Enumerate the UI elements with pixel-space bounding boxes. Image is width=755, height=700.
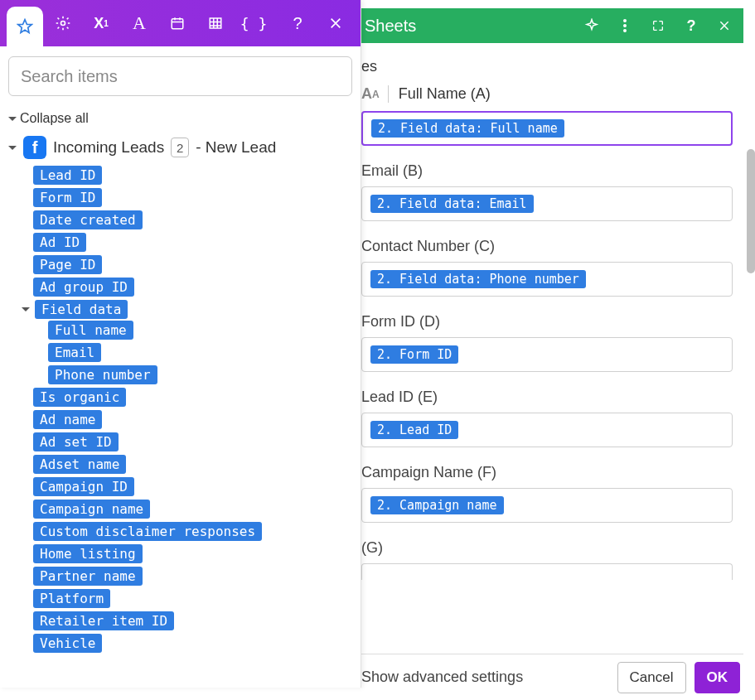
field-data-row[interactable]: Field data bbox=[22, 300, 128, 319]
tag-vehicle[interactable]: Vehicle bbox=[33, 634, 102, 653]
field-input-formid[interactable]: 2. Form ID bbox=[361, 337, 733, 372]
sidebar-body: Search items Collapse all f Incoming Lea… bbox=[0, 46, 361, 688]
field-input-g[interactable] bbox=[361, 563, 733, 580]
pill-email[interactable]: 2. Field data: Email bbox=[370, 195, 534, 213]
caret-down-icon bbox=[8, 146, 17, 150]
tag-custom-disclaimer[interactable]: Custom disclaimer responses bbox=[33, 522, 262, 541]
search-placeholder: Search items bbox=[21, 67, 118, 86]
tag-retailer-item[interactable]: Retailer item ID bbox=[33, 611, 174, 630]
tag-ad-id[interactable]: Ad ID bbox=[33, 233, 86, 252]
trigger-title-b: - New Lead bbox=[196, 138, 276, 157]
tag-ad-name[interactable]: Ad name bbox=[33, 410, 102, 429]
field-label-contact: Contact Number (C) bbox=[361, 238, 743, 255]
data-picker-sidebar: X1 A { } ? Search items Collapse all f I… bbox=[0, 0, 361, 688]
pill-contact[interactable]: 2. Field data: Phone number bbox=[370, 270, 586, 288]
field-row-g: (G) bbox=[361, 539, 743, 580]
tag-full-name[interactable]: Full name bbox=[48, 321, 133, 340]
tab-favorites[interactable] bbox=[7, 7, 43, 46]
caret-down-icon bbox=[8, 117, 17, 121]
tag-field-data[interactable]: Field data bbox=[35, 300, 128, 319]
sidebar-toolbar: X1 A { } ? bbox=[0, 0, 361, 46]
tag-is-organic[interactable]: Is organic bbox=[33, 388, 126, 407]
tag-form-id[interactable]: Form ID bbox=[33, 188, 102, 207]
tag-ad-group-id[interactable]: Ad group ID bbox=[33, 278, 134, 297]
pill-campaign[interactable]: 2. Campaign name bbox=[370, 496, 504, 514]
tab-text[interactable]: A bbox=[121, 0, 157, 46]
ai-sparkle-icon[interactable] bbox=[584, 18, 599, 33]
trigger-step-badge: 2 bbox=[171, 138, 189, 157]
collapse-all-label: Collapse all bbox=[20, 111, 89, 126]
ok-button[interactable]: OK bbox=[695, 662, 741, 693]
field-input-email[interactable]: 2. Field data: Email bbox=[361, 186, 733, 221]
cancel-button[interactable]: Cancel bbox=[617, 662, 686, 693]
field-input-fullname[interactable]: 2. Field data: Full name bbox=[361, 111, 733, 146]
tag-lead-id[interactable]: Lead ID bbox=[33, 166, 102, 185]
expand-icon[interactable] bbox=[651, 18, 665, 33]
caret-down-icon bbox=[22, 307, 30, 311]
tab-formula[interactable]: X1 bbox=[83, 0, 119, 46]
field-input-contact[interactable]: 2. Field data: Phone number bbox=[361, 262, 733, 297]
tab-date[interactable] bbox=[159, 0, 196, 46]
svg-point-3 bbox=[61, 22, 65, 26]
tag-campaign-name[interactable]: Campaign name bbox=[33, 500, 150, 519]
field-label-leadid: Lead ID (E) bbox=[361, 389, 743, 406]
field-row-formid: Form ID (D) 2. Form ID bbox=[361, 313, 743, 372]
tag-home-listing[interactable]: Home listing bbox=[33, 544, 143, 563]
field-input-campaign[interactable]: 2. Campaign name bbox=[361, 488, 733, 523]
tag-email[interactable]: Email bbox=[48, 343, 101, 362]
svg-rect-4 bbox=[172, 19, 183, 29]
footer-buttons: Cancel OK bbox=[617, 662, 740, 693]
tag-phone[interactable]: Phone number bbox=[48, 365, 157, 384]
field-row-email: Email (B) 2. Field data: Email bbox=[361, 162, 743, 221]
svg-point-0 bbox=[623, 19, 627, 22]
facebook-icon: f bbox=[23, 136, 46, 159]
tag-page-id[interactable]: Page ID bbox=[33, 255, 102, 274]
field-label-email: Email (B) bbox=[361, 162, 743, 180]
field-label-g: (G) bbox=[361, 539, 743, 557]
tag-date-created[interactable]: Date created bbox=[33, 210, 143, 229]
field-row-campaign: Campaign Name (F) 2. Campaign name bbox=[361, 464, 743, 523]
trigger-header[interactable]: f Incoming Leads 2 - New Lead bbox=[8, 136, 352, 159]
tag-ad-set-id[interactable]: Ad set ID bbox=[33, 432, 119, 451]
svg-point-2 bbox=[623, 29, 627, 32]
column-selector-label: Full Name (A) bbox=[399, 85, 491, 103]
tab-code[interactable]: { } bbox=[235, 0, 272, 46]
tab-settings[interactable] bbox=[45, 0, 81, 46]
svg-rect-5 bbox=[210, 18, 221, 28]
search-input[interactable]: Search items bbox=[8, 56, 352, 96]
field-row-fullname: 2. Field data: Full name bbox=[361, 111, 743, 146]
tag-partner-name[interactable]: Partner name bbox=[33, 567, 143, 586]
field-data-children: Full name Email Phone number bbox=[48, 321, 352, 384]
footer-bar: Show advanced settings Cancel OK bbox=[361, 654, 743, 700]
more-icon[interactable] bbox=[617, 18, 632, 33]
svg-point-1 bbox=[623, 24, 627, 27]
scrollbar-thumb[interactable] bbox=[747, 149, 755, 273]
pill-fullname[interactable]: 2. Field data: Full name bbox=[371, 119, 564, 138]
tab-help[interactable]: ? bbox=[279, 0, 316, 46]
trigger-title-a: Incoming Leads bbox=[53, 138, 164, 157]
close-sidebar-icon[interactable] bbox=[317, 0, 354, 46]
advanced-toggle[interactable]: Show advanced settings bbox=[361, 669, 523, 686]
section-subheader: es bbox=[361, 58, 743, 75]
field-row-contact: Contact Number (C) 2. Field data: Phone … bbox=[361, 238, 743, 297]
tag-adset-name[interactable]: Adset name bbox=[33, 455, 126, 474]
tag-list-pre: Lead ID Form ID Date created Ad ID Page … bbox=[33, 166, 352, 319]
column-glyph-icon: AA bbox=[361, 85, 389, 103]
pill-leadid[interactable]: 2. Lead ID bbox=[370, 421, 458, 439]
tab-table[interactable] bbox=[197, 0, 234, 46]
help-icon[interactable]: ? bbox=[684, 18, 699, 33]
field-label-formid: Form ID (D) bbox=[361, 313, 743, 331]
header-actions: ? bbox=[584, 18, 732, 33]
field-input-leadid[interactable]: 2. Lead ID bbox=[361, 413, 733, 447]
pill-formid[interactable]: 2. Form ID bbox=[370, 345, 458, 364]
close-header-icon[interactable] bbox=[717, 18, 732, 33]
content-area: es AA Full Name (A) 2. Field data: Full … bbox=[361, 58, 743, 654]
collapse-all-toggle[interactable]: Collapse all bbox=[8, 111, 352, 126]
app-title: Sheets bbox=[365, 17, 416, 36]
tree-root: f Incoming Leads 2 - New Lead Lead ID Fo… bbox=[8, 136, 352, 653]
tag-list-post: Is organic Ad name Ad set ID Adset name … bbox=[33, 388, 352, 653]
field-label-campaign: Campaign Name (F) bbox=[361, 464, 743, 481]
tag-campaign-id[interactable]: Campaign ID bbox=[33, 477, 134, 496]
column-selector[interactable]: AA Full Name (A) bbox=[361, 85, 743, 103]
tag-platform[interactable]: Platform bbox=[33, 589, 110, 608]
